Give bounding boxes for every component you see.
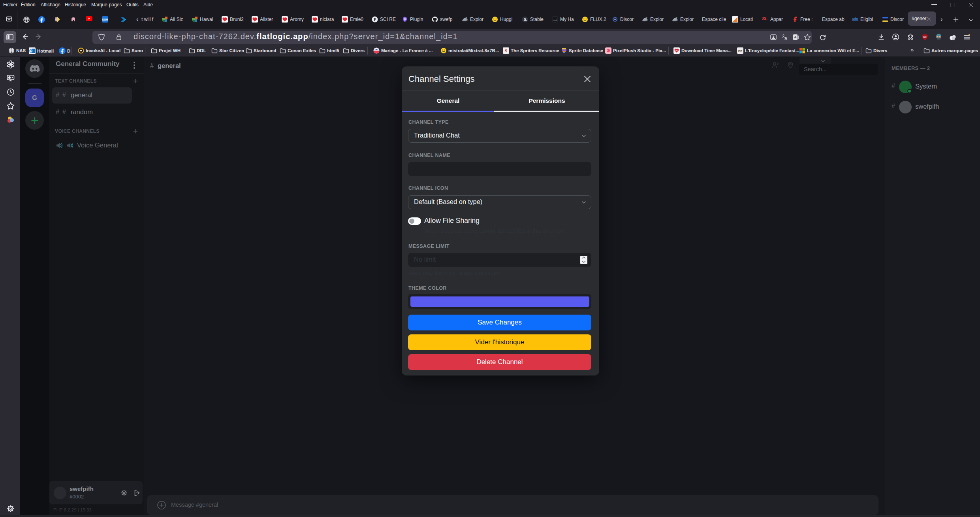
svg-text:U0: U0 <box>923 36 927 38</box>
svg-text:A: A <box>784 36 787 41</box>
svg-text:S: S <box>505 48 507 53</box>
svg-text:P: P <box>374 17 376 22</box>
svg-text:cloud: cloud <box>553 19 557 21</box>
svg-text:SL: SL <box>762 16 767 21</box>
svg-text:adn: adn <box>852 17 858 21</box>
svg-text:DSM: DSM <box>102 18 108 21</box>
svg-text:EF: EF <box>738 49 742 53</box>
svg-text:S: S <box>524 17 527 22</box>
svg-text:A: A <box>794 35 797 39</box>
